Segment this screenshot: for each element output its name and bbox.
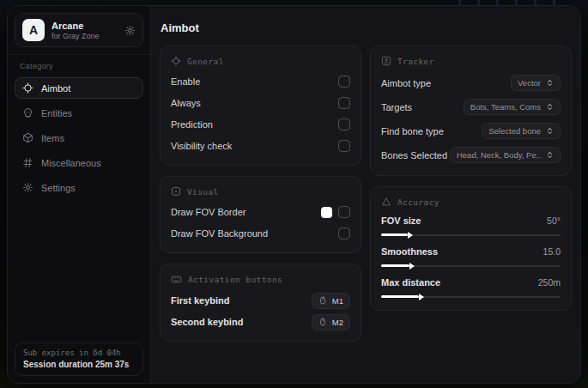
first-keybind-button[interactable]: M1 xyxy=(312,293,350,309)
setting-label: Max distance xyxy=(381,277,440,288)
activation-buttons-card: Activation buttons First keybind M1 xyxy=(160,264,361,342)
crosshair-icon xyxy=(171,56,181,66)
app-header-card: A Arcane for Gray Zone xyxy=(15,13,143,47)
dropdown-value: Bots, Teams, Coms xyxy=(470,102,541,112)
setting-label: First keybind xyxy=(171,295,229,306)
fov-size-value: 50° xyxy=(547,215,561,226)
section-title: Tracker xyxy=(397,57,434,66)
visual-card-header: Visual xyxy=(171,186,350,197)
tracker-card-header: Tracker xyxy=(381,56,561,66)
sidebar-item-label: Entities xyxy=(41,108,72,118)
sub-expires-text: Sub expires in 6d 04h xyxy=(23,349,135,357)
setting-label: Targets xyxy=(381,102,412,112)
app-subtitle: for Gray Zone xyxy=(52,32,100,40)
setting-label: Smoothness xyxy=(381,246,438,257)
slider-fill[interactable] xyxy=(381,264,409,267)
fov-border-color-swatch[interactable] xyxy=(321,207,332,218)
setting-row-first-keybind: First keybind M1 xyxy=(171,291,350,310)
sidebar-item-entities[interactable]: Entities xyxy=(15,102,143,124)
dropdown-value: Vector xyxy=(518,78,541,88)
setting-row-always: Always xyxy=(171,94,350,112)
max-distance-slider[interactable] xyxy=(381,293,561,300)
prediction-checkbox[interactable] xyxy=(338,118,350,130)
tracker-card: Tracker Aimbot type Vector xyxy=(370,45,572,176)
section-title: Visual xyxy=(187,187,219,197)
find-bone-type-dropdown[interactable]: Selected bone xyxy=(482,123,561,139)
dropdown-value: Selected bone xyxy=(488,126,541,136)
setting-group-fov-size: FOV size 50° xyxy=(381,213,561,239)
keyboard-icon xyxy=(171,274,182,285)
draw-fov-border-checkbox[interactable] xyxy=(338,206,350,218)
setting-label: Visibility check xyxy=(171,141,232,151)
session-duration-text: Session duration 25m 37s xyxy=(23,360,135,369)
triangle-icon xyxy=(381,197,391,207)
accuracy-card: Accuracy FOV size 50° xyxy=(370,186,572,311)
setting-label: FOV size xyxy=(381,215,421,226)
cube-icon xyxy=(22,132,33,143)
chevron-up-down-icon xyxy=(546,151,554,159)
bones-selected-dropdown[interactable]: Head, Neck, Body, Pe.. xyxy=(450,147,561,163)
main-panel: Aimbot General Enable xyxy=(151,6,580,383)
sidebar-item-items[interactable]: Items xyxy=(15,127,143,149)
section-title: General xyxy=(187,57,224,66)
setting-row-targets: Targets Bots, Teams, Coms xyxy=(381,96,561,118)
right-column: Tracker Aimbot type Vector xyxy=(370,45,572,342)
aimbot-type-dropdown[interactable]: Vector xyxy=(511,75,561,91)
visibility-check-checkbox[interactable] xyxy=(338,140,350,152)
max-distance-value: 250m xyxy=(538,277,561,288)
keybind-value: M2 xyxy=(332,318,343,327)
app-logo: A xyxy=(22,19,45,41)
app-title-block: Arcane for Gray Zone xyxy=(52,21,100,40)
subscription-info-box: Sub expires in 6d 04h Session duration 2… xyxy=(15,343,143,376)
setting-label: Find bone type xyxy=(381,126,444,136)
section-title: Accuracy xyxy=(397,197,439,207)
visual-card: Visual Draw FOV Border Draw FOV Backgrou… xyxy=(160,176,361,253)
fov-size-slider[interactable] xyxy=(381,231,561,239)
slider-fill[interactable] xyxy=(381,233,408,236)
skull-icon xyxy=(22,107,33,118)
smoothness-slider[interactable] xyxy=(381,262,561,270)
mouse-icon xyxy=(318,296,327,305)
setting-label: Enable xyxy=(171,76,200,87)
sidebar-item-label: Miscellaneous xyxy=(41,158,101,168)
targets-dropdown[interactable]: Bots, Teams, Coms xyxy=(464,99,561,115)
dropdown-value: Head, Neck, Body, Pe.. xyxy=(457,150,541,160)
sidebar-item-label: Settings xyxy=(41,183,76,193)
chevron-up-down-icon xyxy=(546,127,554,135)
always-checkbox[interactable] xyxy=(338,97,350,109)
frame-icon xyxy=(171,186,181,197)
person-target-icon xyxy=(381,56,391,66)
keybind-value: M1 xyxy=(332,296,343,306)
setting-row-bones-selected: Bones Selected Head, Neck, Body, Pe.. xyxy=(381,144,561,166)
sidebar-item-label: Aimbot xyxy=(41,83,70,94)
mouse-icon xyxy=(318,318,327,326)
setting-group-smoothness: Smoothness 15.0 xyxy=(381,244,561,270)
second-keybind-button[interactable]: M2 xyxy=(312,314,350,330)
setting-row-prediction: Prediction xyxy=(171,115,350,134)
section-title: Activation buttons xyxy=(188,275,282,284)
setting-row-second-keybind: Second keybind M2 xyxy=(171,312,350,331)
slider-fill[interactable] xyxy=(381,295,419,298)
draw-fov-background-checkbox[interactable] xyxy=(338,227,350,239)
hash-icon xyxy=(22,157,33,168)
app-window: A Arcane for Gray Zone Category Aimbot xyxy=(7,5,581,384)
sidebar-item-label: Items xyxy=(41,133,64,143)
setting-label: Aimbot type xyxy=(381,78,431,88)
sidebar: A Arcane for Gray Zone Category Aimbot xyxy=(8,6,151,383)
enable-checkbox[interactable] xyxy=(338,76,350,88)
setting-label: Draw FOV Border xyxy=(171,207,246,217)
sidebar-item-aimbot[interactable]: Aimbot xyxy=(15,77,143,99)
chevron-up-down-icon xyxy=(546,103,554,111)
category-label: Category xyxy=(20,62,138,70)
activation-card-header: Activation buttons xyxy=(171,274,350,285)
setting-group-max-distance: Max distance 250m xyxy=(381,275,561,300)
gear-icon[interactable] xyxy=(124,25,136,36)
setting-row-aimbot-type: Aimbot type Vector xyxy=(381,72,561,94)
app-name: Arcane xyxy=(52,21,100,31)
sidebar-item-settings[interactable]: Settings xyxy=(15,177,143,198)
setting-label: Bones Selected xyxy=(381,150,447,161)
sidebar-item-miscellaneous[interactable]: Miscellaneous xyxy=(15,152,143,173)
smoothness-value: 15.0 xyxy=(543,246,561,257)
setting-label: Prediction xyxy=(171,119,213,130)
crosshair-icon xyxy=(22,82,33,94)
